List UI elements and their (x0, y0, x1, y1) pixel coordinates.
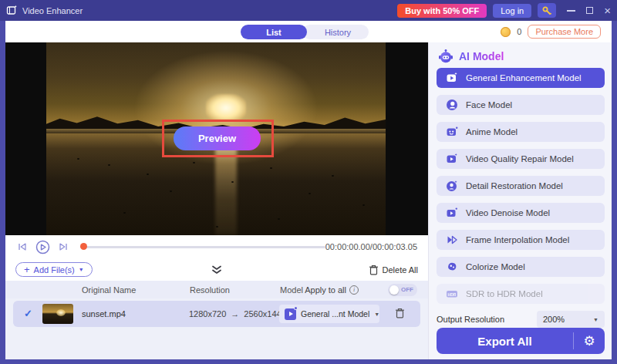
model-item-sdr-to-hdr[interactable]: HDR SDR to HDR Model (437, 284, 605, 304)
model-play-icon (285, 308, 296, 320)
model-item-frame-interpolation[interactable]: Frame Interpolation Model (437, 230, 605, 250)
app-window: Video Enhancer Buy with 50% OFF Log in ×… (0, 0, 617, 364)
table-row[interactable]: ✓ sunset.mp4 1280x720 → 2560x1440 Genera… (13, 301, 420, 327)
anime-model-icon (446, 126, 458, 138)
file-name: sunset.mp4 (82, 309, 126, 318)
row-model-value: General ...nt Model (301, 309, 369, 318)
preview-button[interactable]: Preview (174, 126, 261, 150)
row-delete-button[interactable] (395, 308, 405, 318)
titlebar-actions: Buy with 50% OFF Log in × (397, 3, 611, 18)
model-item-video-denoise[interactable]: Video Denoise Model (437, 203, 605, 223)
add-files-label: Add File(s) (34, 265, 75, 275)
model-item-video-quality-repair[interactable]: Video Quality Repair Model (437, 149, 605, 169)
column-original-name: Original Name (82, 285, 136, 295)
chevron-down-icon: ▼ (79, 267, 84, 272)
delete-all-label: Delete All (383, 265, 418, 275)
tab-history[interactable]: History (302, 25, 369, 39)
output-resolution-label: Output Resolution (437, 315, 504, 324)
video-denoise-icon (446, 207, 458, 219)
export-all-button[interactable]: Export All ⚙ (437, 328, 605, 354)
collapse-panel-button[interactable] (210, 265, 224, 275)
sidebar-title: AI Model (459, 50, 504, 62)
maximize-icon[interactable] (586, 7, 593, 14)
next-frame-icon[interactable] (57, 241, 69, 253)
source-resolution: 1280x720 (189, 309, 226, 318)
model-item-detail-restoration[interactable]: Detail Restoration Model (437, 176, 605, 196)
chevron-down-icon: ▼ (374, 312, 379, 317)
output-resolution-dropdown[interactable]: 200% ▼ (537, 311, 605, 328)
frame-interpolation-icon (446, 234, 458, 246)
info-icon[interactable]: i (349, 285, 359, 295)
model-item-label: Frame Interpolation Model (466, 235, 569, 244)
seek-handle[interactable] (80, 243, 87, 250)
video-thumbnail (42, 304, 73, 324)
delete-all-button[interactable]: Delete All (369, 265, 418, 275)
app-logo-icon (6, 5, 18, 16)
buy-discount-button[interactable]: Buy with 50% OFF (397, 4, 487, 18)
apply-to-all: Apply to all i (305, 285, 359, 295)
plus-icon: + (24, 265, 30, 275)
tabbar: List History 0 Purchase More (5, 21, 612, 42)
queue-table-header: Original Name Resolution Model Apply to … (5, 281, 428, 298)
model-item-label: General Enhancement Model (466, 73, 582, 83)
resolution-cell: 1280x720 → 2560x1440 (189, 309, 286, 318)
model-item-colorize[interactable]: Colorize Model (437, 257, 605, 277)
model-item-anime[interactable]: Anime Model (437, 122, 605, 142)
colorize-model-icon (446, 261, 458, 273)
timecode: 00:00:00.00/00:00:03.05 (325, 242, 417, 251)
model-item-general-enhancement[interactable]: General Enhancement Model (437, 68, 605, 88)
column-resolution: Resolution (190, 285, 230, 295)
view-tabs: List History (241, 25, 369, 39)
close-icon[interactable]: × (604, 5, 611, 16)
model-item-face[interactable]: Face Model (437, 95, 605, 115)
credits-area: 0 Purchase More (501, 21, 601, 42)
selected-check-icon[interactable]: ✓ (24, 308, 32, 319)
row-model-dropdown[interactable]: General ...nt Model ▼ (279, 305, 379, 323)
svg-text:HDR: HDR (448, 292, 457, 297)
minimize-icon[interactable] (567, 10, 575, 12)
apply-to-all-label: Apply to all (305, 285, 346, 295)
double-chevron-down-icon (210, 265, 224, 275)
previous-frame-icon[interactable] (16, 241, 29, 253)
seek-bar[interactable] (80, 243, 325, 251)
sun (206, 94, 246, 122)
play-icon[interactable] (35, 240, 50, 254)
ai-model-sidebar: AI Model General Enhancement Model Face … (428, 42, 612, 359)
trash-icon (369, 265, 379, 275)
coin-icon (501, 27, 511, 37)
seek-track[interactable] (80, 246, 325, 248)
credit-count: 0 (517, 27, 521, 36)
model-item-label: Video Denoise Model (466, 208, 550, 217)
playback-controls: 00:00:00.00/00:00:03.05 (5, 235, 428, 258)
file-toolbar: + Add File(s) ▼ Delete All (5, 258, 428, 281)
purchase-more-button[interactable]: Purchase More (528, 25, 601, 39)
detail-restoration-icon (446, 180, 458, 192)
model-item-label: SDR to HDR Model (466, 289, 543, 298)
video-preview-area: Preview (5, 42, 428, 235)
arrow-right-icon: → (231, 309, 239, 318)
robot-icon (438, 49, 453, 64)
model-item-label: Video Quality Repair Model (466, 154, 574, 163)
toggle-state-label: OFF (401, 286, 413, 293)
queue-list: ✓ sunset.mp4 1280x720 → 2560x1440 Genera… (5, 298, 428, 359)
tab-list[interactable]: List (241, 25, 307, 39)
model-item-label: Colorize Model (466, 262, 525, 271)
titlebar: Video Enhancer Buy with 50% OFF Log in × (0, 0, 617, 21)
register-key-button[interactable] (538, 3, 556, 18)
transport-buttons (16, 240, 69, 254)
window-controls: × (567, 5, 611, 16)
apply-to-all-toggle[interactable]: OFF (388, 284, 417, 296)
buoys (77, 158, 79, 160)
add-files-button[interactable]: + Add File(s) ▼ (15, 262, 93, 277)
export-settings-button[interactable]: ⚙ (574, 328, 605, 354)
output-resolution-row: Output Resolution 200% ▼ (437, 310, 605, 329)
general-enhancement-icon (446, 72, 458, 84)
output-resolution-value: 200% (543, 315, 565, 324)
login-button[interactable]: Log in (493, 4, 531, 18)
export-all-label: Export All (437, 328, 573, 354)
trash-icon (395, 308, 405, 318)
model-list: General Enhancement Model Face Model (437, 68, 605, 311)
column-model: Model (280, 285, 303, 295)
chevron-down-icon: ▼ (593, 317, 598, 322)
app-title: Video Enhancer (22, 6, 83, 15)
